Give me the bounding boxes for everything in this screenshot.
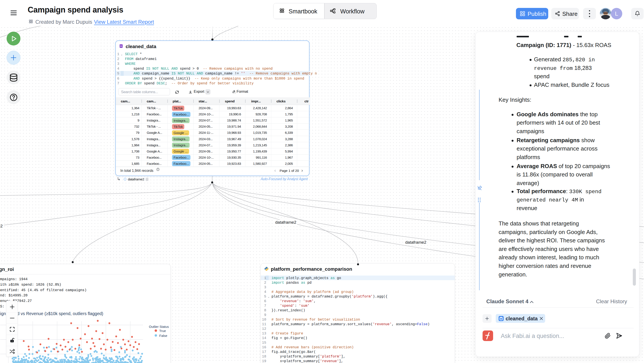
svg-text:SQL: SQL: [120, 46, 122, 47]
